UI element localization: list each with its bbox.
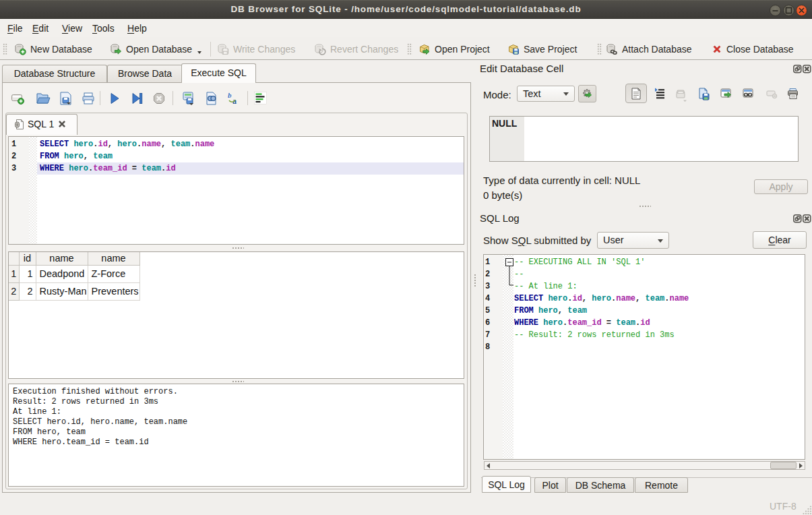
svg-text:b: b (228, 91, 232, 99)
